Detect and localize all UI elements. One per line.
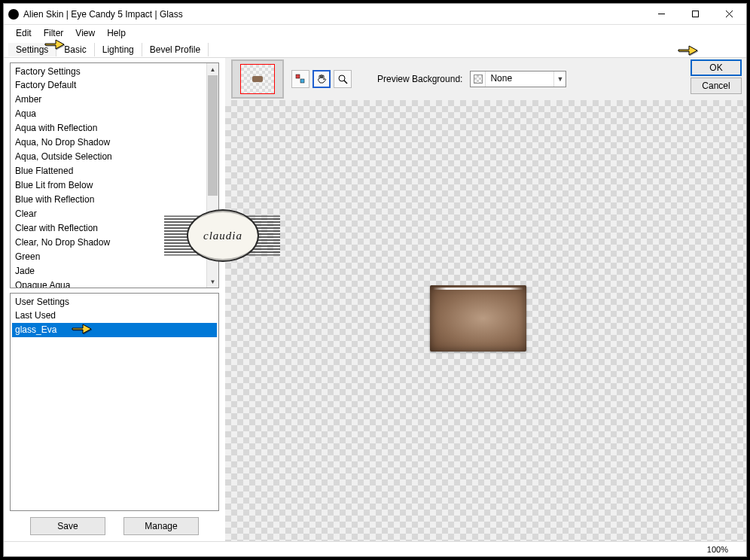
svg-rect-1	[693, 11, 699, 17]
content-area: Factory Settings Factory Default Amber A…	[4, 58, 746, 541]
preview-panel: Preview Background: None ▼ OK Cancel	[225, 58, 746, 541]
svg-rect-4	[296, 75, 300, 78]
tab-basic[interactable]: Basic	[56, 43, 94, 56]
preview-bg-select[interactable]: None ▼	[470, 71, 566, 87]
chevron-down-icon: ▼	[553, 72, 566, 87]
preview-object	[430, 285, 526, 352]
list-item[interactable]: Jade	[12, 264, 205, 278]
list-item[interactable]: Blue with Reflection	[12, 193, 205, 207]
settings-buttons: Save Manage	[10, 517, 219, 535]
close-button[interactable]	[712, 4, 746, 25]
list-item[interactable]: Clear	[12, 207, 205, 221]
window-title: Alien Skin | Eye Candy 5 Impact | Glass	[23, 9, 183, 20]
menubar: Edit Filter View Help	[4, 25, 746, 41]
list-item[interactable]: Aqua, No Drop Shadow	[12, 135, 205, 150]
list-item[interactable]: Amber	[12, 93, 205, 107]
tabstrip: Settings Basic Lighting Bevel Profile	[4, 41, 746, 58]
menu-help[interactable]: Help	[101, 26, 132, 40]
tool-color-sample[interactable]	[291, 70, 309, 88]
maximize-icon	[691, 10, 700, 18]
thumbnail[interactable]	[231, 59, 284, 99]
color-sample-icon	[295, 74, 306, 84]
app-window: Alien Skin | Eye Candy 5 Impact | Glass …	[3, 3, 747, 557]
app-icon	[8, 9, 19, 20]
preview-canvas[interactable]	[225, 100, 746, 541]
manage-button[interactable]: Manage	[123, 517, 199, 535]
transparency-swatch-icon	[474, 75, 483, 84]
zoom-icon	[337, 74, 348, 84]
titlebar: Alien Skin | Eye Candy 5 Impact | Glass	[4, 4, 746, 25]
list-item-selected[interactable]: glass_Eva	[12, 323, 217, 337]
settings-panel: Factory Settings Factory Default Amber A…	[4, 58, 225, 541]
close-icon	[725, 10, 733, 18]
menu-edit[interactable]: Edit	[10, 26, 38, 40]
ok-button[interactable]: OK	[691, 59, 742, 76]
tab-bevel-profile[interactable]: Bevel Profile	[142, 43, 209, 56]
list-item[interactable]: Clear with Reflection	[12, 221, 205, 236]
list-item[interactable]: Aqua with Reflection	[12, 121, 205, 135]
list-item[interactable]: Opaque Aqua	[12, 278, 205, 288]
menu-filter[interactable]: Filter	[38, 26, 70, 40]
list-item[interactable]: Blue Flattened	[12, 164, 205, 178]
menu-view[interactable]: View	[69, 26, 101, 40]
tab-settings[interactable]: Settings	[8, 43, 56, 56]
scroll-track[interactable]	[207, 75, 218, 275]
scrollbar[interactable]: ▲ ▼	[206, 63, 218, 288]
svg-rect-5	[300, 79, 304, 83]
statusbar: 100%	[4, 541, 746, 556]
list-item[interactable]: Aqua	[12, 107, 205, 121]
maximize-button[interactable]	[678, 4, 712, 25]
scroll-down-icon[interactable]: ▼	[207, 275, 218, 288]
list-item[interactable]: Factory Default	[12, 78, 205, 93]
preview-bg-value: None	[486, 72, 553, 87]
user-settings-list[interactable]: User Settings Last Used glass_Eva	[10, 293, 219, 511]
list-item[interactable]: Blue Lit from Below	[12, 178, 205, 193]
tool-hand[interactable]	[312, 70, 331, 88]
zoom-level: 100%	[707, 545, 728, 554]
preview-toolbar: Preview Background: None ▼ OK Cancel	[225, 58, 746, 100]
svg-point-6	[339, 75, 345, 81]
minimize-icon	[657, 10, 666, 18]
factory-header: Factory Settings	[12, 66, 205, 78]
minimize-button[interactable]	[645, 4, 678, 25]
cancel-button[interactable]: Cancel	[691, 78, 742, 94]
tool-zoom[interactable]	[334, 70, 352, 88]
list-item[interactable]: Last Used	[12, 309, 217, 323]
hand-icon	[316, 74, 327, 84]
scroll-up-icon[interactable]: ▲	[207, 63, 218, 75]
svg-line-7	[344, 81, 347, 84]
scroll-thumb[interactable]	[208, 75, 218, 196]
list-item[interactable]: Aqua, Outside Selection	[12, 150, 205, 164]
save-button[interactable]: Save	[30, 517, 105, 535]
list-item[interactable]: Green	[12, 250, 205, 264]
list-item[interactable]: Clear, No Drop Shadow	[12, 236, 205, 250]
factory-settings-list[interactable]: Factory Settings Factory Default Amber A…	[10, 62, 219, 288]
preview-bg-label: Preview Background:	[377, 74, 462, 84]
tab-lighting[interactable]: Lighting	[95, 43, 142, 56]
user-header: User Settings	[12, 297, 217, 309]
